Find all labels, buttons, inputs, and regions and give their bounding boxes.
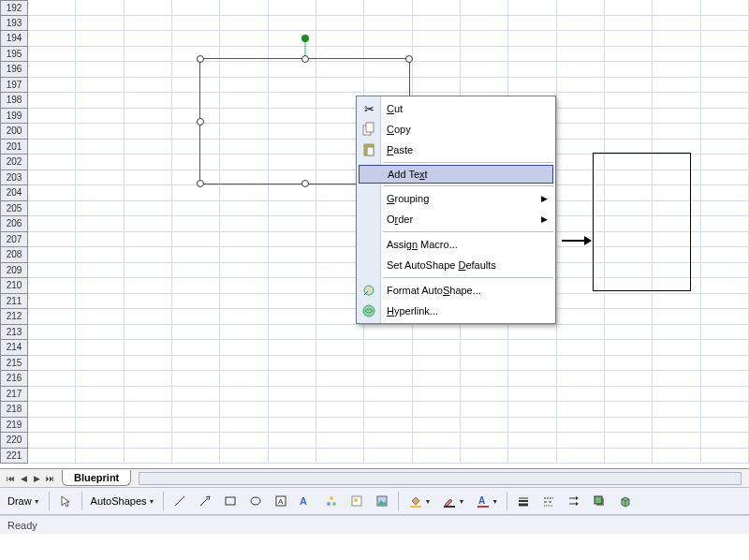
row-header[interactable]: 211 <box>0 294 28 310</box>
fill-color-button[interactable]: ▼ <box>404 491 434 511</box>
select-objects-button[interactable] <box>54 491 77 511</box>
cell[interactable] <box>172 309 220 325</box>
cell[interactable] <box>125 185 172 201</box>
cell[interactable] <box>557 78 605 94</box>
cell[interactable] <box>76 309 124 325</box>
cell[interactable] <box>125 47 172 63</box>
rotation-handle[interactable] <box>301 35 309 42</box>
cell[interactable] <box>316 433 364 449</box>
cell[interactable] <box>28 294 76 310</box>
cell[interactable] <box>269 232 316 248</box>
cell[interactable] <box>28 433 76 449</box>
cell[interactable] <box>76 93 124 109</box>
cell[interactable] <box>76 185 124 201</box>
cell[interactable] <box>508 402 556 418</box>
cell[interactable] <box>76 418 124 434</box>
cell[interactable] <box>461 418 508 434</box>
cell[interactable] <box>653 387 700 403</box>
cell[interactable] <box>125 78 172 94</box>
cell[interactable] <box>316 449 364 464</box>
cell[interactable] <box>653 356 700 372</box>
cell[interactable] <box>76 0 124 16</box>
cell[interactable] <box>76 247 124 263</box>
cell[interactable] <box>28 62 76 78</box>
draw-menu-button[interactable]: Draw▼ <box>4 491 44 511</box>
cell[interactable] <box>220 278 268 294</box>
cell[interactable] <box>701 124 749 140</box>
cell[interactable] <box>701 402 749 418</box>
cell[interactable] <box>508 47 556 63</box>
cell[interactable] <box>76 170 124 186</box>
cell[interactable] <box>413 325 461 341</box>
row-header[interactable]: 215 <box>0 356 28 372</box>
cell[interactable] <box>269 387 316 403</box>
wordart-tool[interactable]: A <box>295 491 317 511</box>
cell[interactable] <box>125 16 172 32</box>
cell[interactable] <box>125 155 172 170</box>
cell[interactable] <box>364 387 412 403</box>
cell[interactable] <box>508 387 556 403</box>
cell[interactable] <box>413 31 461 47</box>
cell[interactable] <box>316 356 364 372</box>
cell[interactable] <box>269 185 316 201</box>
line-style-button[interactable] <box>512 491 535 511</box>
cell[interactable] <box>413 371 461 387</box>
cell[interactable] <box>125 278 172 294</box>
cell[interactable] <box>364 31 412 47</box>
3d-style-button[interactable] <box>613 491 636 511</box>
cell[interactable] <box>605 124 653 140</box>
menu-item-grouping[interactable]: Grouping ▶ <box>357 188 555 209</box>
cell[interactable] <box>172 247 220 263</box>
cell[interactable] <box>557 325 605 341</box>
cell[interactable] <box>605 309 653 325</box>
row-header[interactable]: 197 <box>0 78 28 94</box>
cell[interactable] <box>28 263 76 279</box>
cell[interactable] <box>172 387 220 403</box>
cell[interactable] <box>364 449 412 464</box>
cell[interactable] <box>557 340 605 356</box>
cell[interactable] <box>461 16 508 32</box>
cell[interactable] <box>76 294 124 310</box>
cell[interactable] <box>316 402 364 418</box>
line-tool[interactable] <box>169 491 191 511</box>
cell[interactable] <box>76 449 124 464</box>
cell[interactable] <box>701 31 749 47</box>
cell[interactable] <box>413 340 461 356</box>
cell[interactable] <box>76 278 124 294</box>
cell[interactable] <box>653 78 700 94</box>
cell[interactable] <box>605 433 653 449</box>
cell[interactable] <box>220 201 268 217</box>
row-header[interactable]: 205 <box>0 201 28 217</box>
cell[interactable] <box>76 124 124 140</box>
cell[interactable] <box>605 62 653 78</box>
cell[interactable] <box>269 309 316 325</box>
row-header[interactable]: 199 <box>0 109 28 125</box>
cell[interactable] <box>701 387 749 403</box>
cell[interactable] <box>364 340 412 356</box>
cell[interactable] <box>76 78 124 94</box>
cell[interactable] <box>316 16 364 32</box>
cell[interactable] <box>605 387 653 403</box>
cell[interactable] <box>557 309 605 325</box>
cell[interactable] <box>316 325 364 341</box>
cell[interactable] <box>269 294 316 310</box>
tab-nav-prev[interactable]: ◀ <box>17 471 30 486</box>
cell[interactable] <box>557 109 605 125</box>
cell[interactable] <box>605 0 653 16</box>
cell[interactable] <box>125 433 172 449</box>
cell[interactable] <box>76 16 124 32</box>
cell[interactable] <box>125 232 172 248</box>
row-header[interactable]: 220 <box>0 433 28 449</box>
cell[interactable] <box>605 325 653 341</box>
cell[interactable] <box>653 16 700 32</box>
cell[interactable] <box>125 356 172 372</box>
cell[interactable] <box>605 402 653 418</box>
menu-item-paste[interactable]: Paste <box>357 140 555 160</box>
arrow-style-button[interactable] <box>563 491 585 511</box>
cell[interactable] <box>508 371 556 387</box>
resize-handle-top-middle[interactable] <box>301 55 309 63</box>
cell[interactable] <box>653 109 700 125</box>
cell[interactable] <box>28 356 76 372</box>
cell[interactable] <box>28 309 76 325</box>
cell[interactable] <box>461 31 508 47</box>
